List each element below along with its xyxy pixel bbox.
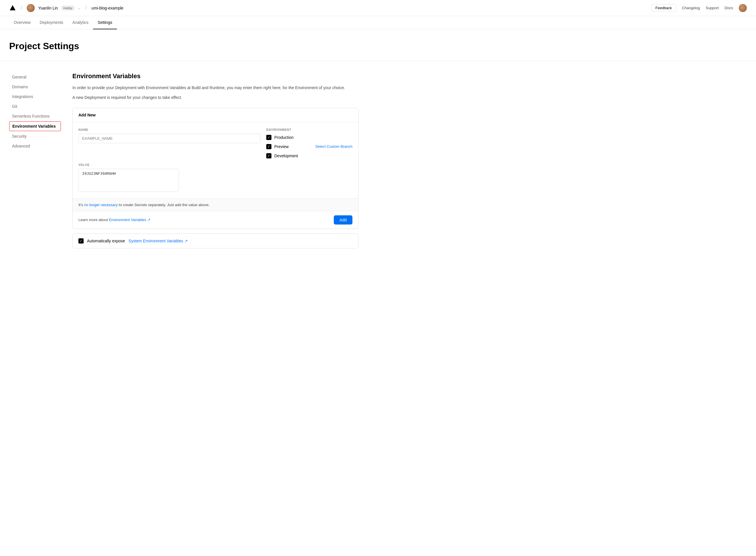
checkmark-icon-2: ✓: [267, 145, 270, 149]
user-name: Yuanlin Lin: [38, 6, 58, 10]
preview-checkbox[interactable]: ✓: [266, 144, 271, 149]
sidebar-item-serverless[interactable]: Serverless Functions: [9, 111, 61, 121]
header-right: Feedback Changelog Support Docs: [651, 4, 747, 12]
project-name[interactable]: umi-blog-example: [91, 6, 123, 10]
auto-expose-checkbox[interactable]: ✓: [78, 238, 84, 243]
auto-expose-text-prefix: Automatically expose: [87, 239, 125, 243]
env-vars-desc1: In order to provide your Deployment with…: [72, 84, 358, 91]
sidebar-item-integrations[interactable]: Integrations: [9, 92, 61, 101]
sidebar-item-general[interactable]: General: [9, 72, 61, 82]
no-longer-necessary-link[interactable]: no longer necessary: [84, 203, 118, 207]
checkmark-icon-3: ✓: [267, 154, 270, 158]
value-textarea[interactable]: I9JU23NF394R6HH: [78, 169, 179, 192]
tab-settings[interactable]: Settings: [93, 16, 117, 29]
content-area: Environment Variables In order to provid…: [72, 72, 358, 248]
tab-deployments[interactable]: Deployments: [35, 16, 68, 29]
sidebar: General Domains Integrations Git Serverl…: [9, 72, 61, 248]
tab-analytics[interactable]: Analytics: [68, 16, 93, 29]
form-row-labels: NAME ENVIRONMENT ✓ Production: [78, 128, 352, 159]
add-footer: Learn more about Environment Variables ↗…: [73, 211, 358, 229]
env-vars-desc2: A new Deployment is required for your ch…: [72, 94, 358, 101]
add-button[interactable]: Add: [334, 215, 352, 224]
env-vars-link[interactable]: Environment Variables ↗: [109, 218, 150, 222]
env-options: ✓ Production ✓: [266, 134, 352, 159]
checkmark-icon-4: ✓: [80, 239, 82, 243]
vercel-logo-icon: [9, 5, 16, 11]
env-option-development: ✓ Development: [266, 153, 352, 159]
footer-text: Learn more about Environment Variables ↗: [78, 218, 151, 222]
divider-slash: /: [21, 5, 22, 11]
support-link[interactable]: Support: [706, 6, 719, 10]
production-label: Production: [274, 135, 294, 140]
name-label: NAME: [78, 128, 261, 131]
footer-text-prefix: Learn more about: [78, 218, 109, 222]
add-new-body: NAME ENVIRONMENT ✓ Production: [73, 122, 358, 198]
info-text-prefix: It's: [78, 203, 84, 207]
env-vars-title: Environment Variables: [72, 72, 358, 80]
environment-label: ENVIRONMENT: [266, 128, 352, 131]
page-title-section: Project Settings: [0, 29, 756, 61]
sidebar-item-advanced[interactable]: Advanced: [9, 141, 61, 151]
divider-slash-2: /: [85, 5, 87, 11]
user-avatar: [27, 4, 35, 12]
docs-link[interactable]: Docs: [724, 6, 733, 10]
svg-marker-0: [10, 5, 15, 10]
main-layout: General Domains Integrations Git Serverl…: [0, 61, 368, 260]
user-menu-avatar[interactable]: [739, 4, 747, 12]
sidebar-item-security[interactable]: Security: [9, 132, 61, 141]
name-input[interactable]: [78, 134, 261, 143]
nav-tabs: Overview Deployments Analytics Settings: [0, 16, 756, 29]
auto-expose-card: ✓ Automatically expose System Environmen…: [72, 234, 358, 248]
system-env-vars-link[interactable]: System Environment Variables ↗: [128, 239, 188, 243]
chevron-down-icon[interactable]: ⌄: [78, 6, 81, 10]
preview-row: ✓ Preview Select Custom Branch: [266, 144, 352, 149]
sidebar-item-domains[interactable]: Domains: [9, 82, 61, 92]
header: / Yuanlin Lin Hobby ⌄ / umi-blog-example…: [0, 0, 756, 16]
name-col: NAME: [78, 128, 261, 159]
add-new-header: Add New: [73, 108, 358, 122]
sidebar-item-env-vars[interactable]: Environment Variables: [9, 121, 61, 131]
header-left: / Yuanlin Lin Hobby ⌄ / umi-blog-example: [9, 4, 651, 12]
add-new-card: Add New NAME ENVIRONMENT: [72, 108, 358, 229]
select-custom-branch-link[interactable]: Select Custom Branch: [315, 144, 352, 149]
value-row: VALUE I9JU23NF394R6HH: [78, 163, 352, 193]
changelog-link[interactable]: Changelog: [682, 6, 700, 10]
checkmark-icon: ✓: [267, 135, 270, 139]
environment-col: ENVIRONMENT ✓ Production: [266, 128, 352, 159]
preview-label: Preview: [274, 144, 289, 149]
development-checkbox[interactable]: ✓: [266, 153, 271, 159]
feedback-button[interactable]: Feedback: [651, 4, 676, 12]
info-row: It's no longer necessary to create Secre…: [73, 198, 358, 211]
value-label: VALUE: [78, 163, 352, 167]
development-label: Development: [274, 153, 298, 158]
production-checkbox[interactable]: ✓: [266, 135, 271, 140]
tab-overview[interactable]: Overview: [9, 16, 35, 29]
env-option-preview: ✓ Preview Select Custom Branch: [266, 144, 352, 149]
sidebar-item-git[interactable]: Git: [9, 102, 61, 111]
info-text-suffix: to create Secrets separately. Just add t…: [118, 203, 210, 207]
hobby-badge: Hobby: [62, 6, 75, 10]
page-title: Project Settings: [9, 41, 747, 51]
env-option-production: ✓ Production: [266, 135, 352, 140]
